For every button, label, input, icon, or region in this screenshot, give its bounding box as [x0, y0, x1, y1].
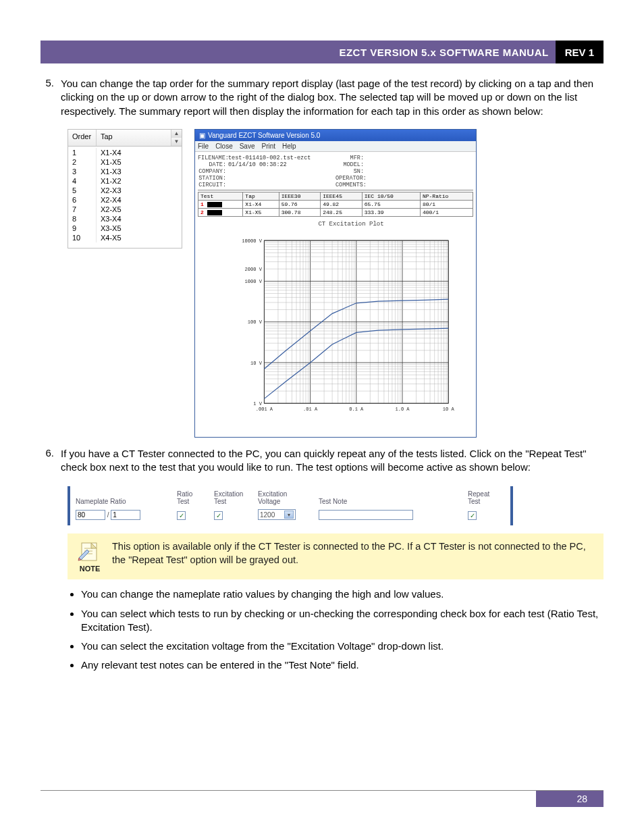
tap-cell: X2-X4 — [97, 195, 182, 205]
svg-text:.01 A: .01 A — [303, 407, 318, 412]
table-row: 1 X1-X459.7649.8265.7580/1 — [198, 200, 473, 208]
note-label: NOTE — [74, 565, 105, 573]
nameplate-low-input[interactable] — [111, 510, 140, 520]
svg-text:2000 V: 2000 V — [245, 267, 263, 272]
tap-order-row[interactable]: 10X4-X5 — [68, 233, 182, 242]
meta-sn-label: SN: — [336, 168, 366, 175]
note-text: This option is available only if the CT … — [112, 540, 594, 567]
bullet-list: You can change the nameplate ratio value… — [81, 588, 603, 672]
excitation-plot: CT Excitation Plot 1 V10 V100 V1000 V200… — [198, 219, 473, 434]
tap-cell: X1-X3 — [97, 167, 182, 176]
note-block: NOTE This option is available only if th… — [68, 533, 603, 579]
note-icon — [78, 540, 102, 563]
svg-text:1000 V: 1000 V — [245, 279, 263, 284]
svg-text:1.0 A: 1.0 A — [395, 407, 410, 412]
order-cell: 6 — [68, 195, 97, 205]
meta-date-value: 01/14/10 00:38:22 — [228, 161, 336, 168]
tap-order-dialog[interactable]: Order Tap ▲ ▼ 1X1-X42X1-X53X1-X34X1-X25X… — [68, 129, 182, 249]
order-cell: 7 — [68, 205, 97, 214]
order-cell: 8 — [68, 214, 97, 224]
tap-cell: X2-X5 — [97, 205, 182, 214]
test-note-label: Test Note — [319, 498, 461, 505]
meta-company-value — [228, 168, 336, 175]
meta-mfr-value — [366, 155, 473, 161]
table-header: IEEE30 — [279, 192, 321, 200]
order-cell: 5 — [68, 186, 97, 195]
table-header: Tap — [243, 192, 279, 200]
table-header: Test — [198, 192, 243, 200]
meta-operator-label: OPERATOR: — [336, 175, 366, 182]
step5-text: You can change the tap order for the sum… — [61, 77, 603, 118]
excitation-voltage-label: ExcitationVoltage — [258, 490, 312, 505]
app-title: Vanguard EZCT Software Version 5.0 — [208, 132, 320, 139]
page-header: EZCT VERSION 5.x SOFTWARE MANUAL REV 1 — [41, 41, 603, 63]
tap-order-row[interactable]: 2X1-X5 — [68, 157, 182, 167]
app-menu[interactable]: FileCloseSavePrintHelp — [195, 141, 476, 152]
meta-model-value — [366, 161, 473, 168]
table-header: IEC 10/50 — [362, 192, 420, 200]
svg-text:10000 V: 10000 V — [242, 238, 262, 244]
svg-text:1 V: 1 V — [253, 401, 262, 407]
repeat-test-label: RepeatTest — [468, 490, 505, 505]
meta-date-label: DATE: — [198, 161, 228, 168]
tap-order-down-button[interactable]: ▼ — [171, 138, 182, 146]
plot-title: CT Excitation Plot — [232, 221, 471, 228]
svg-text:100 V: 100 V — [248, 319, 263, 325]
header-rev: REV 1 — [556, 41, 603, 63]
meta-circuit-label: CIRCUIT: — [198, 182, 228, 188]
meta-filename-label: FILENAME: — [198, 155, 228, 161]
tap-cell: X2-X3 — [97, 186, 182, 195]
tap-order-row[interactable]: 6X2-X4 — [68, 195, 182, 205]
chevron-down-icon[interactable]: ▾ — [284, 511, 294, 519]
excitation-voltage-dropdown[interactable]: 1200 ▾ — [258, 509, 296, 520]
nameplate-high-input[interactable] — [76, 510, 105, 520]
excitation-test-checkbox[interactable]: ✓ — [214, 511, 223, 520]
tap-order-row[interactable]: 1X1-X4 — [68, 148, 182, 157]
repeat-test-row: Nameplate Ratio RatioTest ExcitationTest… — [68, 486, 513, 525]
meta-sn-value — [366, 168, 473, 175]
tap-cell: X1-X5 — [97, 157, 182, 167]
ezct-app-window: ▣ Vanguard EZCT Software Version 5.0 Fil… — [194, 129, 477, 438]
nameplate-sep: / — [107, 511, 109, 519]
order-header: Order — [68, 130, 97, 146]
meta-mfr-label: MFR: — [336, 155, 366, 161]
nameplate-ratio-label: Nameplate Ratio — [76, 498, 170, 505]
page-footer: 28 — [41, 790, 603, 807]
tap-order-row[interactable]: 8X3-X4 — [68, 214, 182, 224]
tap-order-row[interactable]: 4X1-X2 — [68, 176, 182, 186]
meta-circuit-value — [228, 182, 336, 188]
svg-text:.001 A: .001 A — [256, 407, 273, 412]
tap-order-row[interactable]: 5X2-X3 — [68, 186, 182, 195]
menu-save[interactable]: Save — [240, 142, 255, 150]
menu-print[interactable]: Print — [262, 142, 276, 150]
nameplate-ratio-input[interactable]: / — [76, 510, 170, 520]
excitation-voltage-value: 1200 — [260, 511, 275, 519]
meta-station-label: STATION: — [198, 175, 228, 182]
order-cell: 10 — [68, 233, 97, 242]
table-header: IEEE45 — [321, 192, 363, 200]
tap-order-row[interactable]: 7X2-X5 — [68, 205, 182, 214]
menu-file[interactable]: File — [198, 142, 209, 150]
order-cell: 3 — [68, 167, 97, 176]
ratio-test-label: RatioTest — [177, 490, 207, 505]
meta-filename-value: test-011410-002.tst-ezct — [228, 155, 336, 161]
order-cell: 2 — [68, 157, 97, 167]
list-number: 5. — [41, 77, 61, 125]
table-header: NP-Ratio — [420, 192, 473, 200]
tap-cell: X3-X5 — [97, 224, 182, 233]
excitation-test-label: ExcitationTest — [214, 490, 251, 505]
tap-order-row[interactable]: 3X1-X3 — [68, 167, 182, 176]
tap-order-row[interactable]: 9X3-X5 — [68, 224, 182, 233]
ratio-test-checkbox[interactable]: ✓ — [177, 511, 186, 520]
menu-close[interactable]: Close — [215, 142, 233, 150]
list-item: You can select which tests to run by che… — [81, 607, 603, 635]
repeat-test-checkbox[interactable]: ✓ — [468, 511, 477, 520]
list-item: You can change the nameplate ratio value… — [81, 588, 603, 601]
menu-help[interactable]: Help — [282, 142, 296, 150]
list-number: 6. — [41, 447, 61, 481]
svg-text:10 V: 10 V — [250, 360, 263, 365]
test-note-input[interactable] — [319, 510, 413, 520]
app-icon: ▣ — [199, 132, 205, 139]
tap-order-up-button[interactable]: ▲ — [171, 130, 182, 138]
meta-comments-label: COMMENTS: — [336, 182, 366, 188]
